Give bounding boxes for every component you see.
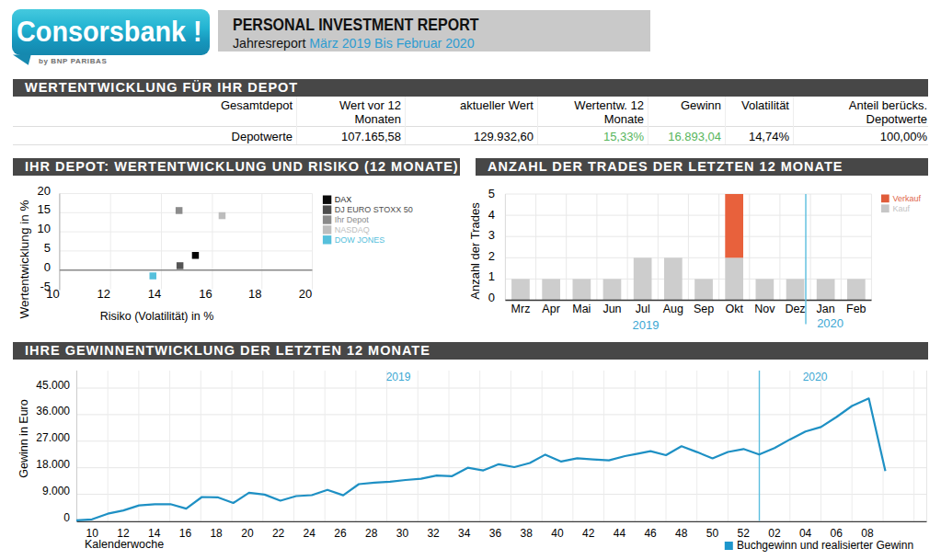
svg-text:50: 50 — [706, 527, 719, 540]
svg-text:44: 44 — [614, 527, 626, 540]
svg-text:2019: 2019 — [386, 371, 411, 383]
svg-text:2: 2 — [488, 249, 495, 263]
svg-text:18.000: 18.000 — [36, 458, 70, 471]
svg-text:26: 26 — [334, 527, 347, 540]
svg-text:02: 02 — [768, 527, 781, 540]
svg-text:20: 20 — [299, 287, 312, 301]
svg-text:46: 46 — [644, 527, 657, 540]
svg-text:45.000: 45.000 — [36, 379, 70, 392]
svg-text:Verkauf: Verkauf — [893, 194, 922, 203]
svg-text:9.000: 9.000 — [42, 485, 70, 497]
svg-text:Apr: Apr — [542, 303, 559, 315]
svg-text:DOW JONES: DOW JONES — [335, 235, 385, 245]
svg-text:5: 5 — [488, 187, 495, 200]
svg-text:14: 14 — [148, 287, 161, 301]
svg-text:15: 15 — [38, 202, 51, 216]
svg-text:1: 1 — [488, 269, 495, 283]
svg-text:Mrz: Mrz — [511, 303, 531, 315]
svg-text:5: 5 — [44, 241, 51, 255]
svg-text:Jul: Jul — [636, 303, 650, 315]
svg-text:36.000: 36.000 — [36, 405, 70, 417]
svg-text:10: 10 — [38, 222, 51, 235]
svg-text:20: 20 — [241, 527, 254, 540]
svg-text:Anzahl der Trades: Anzahl der Trades — [468, 202, 482, 300]
svg-text:38: 38 — [521, 527, 534, 540]
svg-text:Kalenderwoche: Kalenderwoche — [85, 538, 164, 551]
svg-text:Feb: Feb — [846, 303, 866, 315]
svg-text:36: 36 — [489, 527, 502, 540]
svg-text:Wertentwicklung in %: Wertentwicklung in % — [17, 200, 31, 319]
svg-text:0: 0 — [488, 291, 495, 304]
svg-text:Mai: Mai — [572, 303, 591, 315]
svg-text:32: 32 — [427, 527, 440, 540]
svg-text:Dez: Dez — [785, 303, 805, 315]
svg-text:Gewinn in Euro: Gewinn in Euro — [17, 399, 30, 478]
svg-text:42: 42 — [582, 527, 595, 540]
svg-text:20: 20 — [38, 184, 51, 198]
svg-text:Okt: Okt — [725, 303, 743, 315]
svg-text:16: 16 — [199, 287, 212, 301]
svg-text:3: 3 — [488, 228, 495, 242]
svg-text:Sep: Sep — [694, 303, 714, 315]
svg-text:40: 40 — [551, 527, 564, 540]
svg-text:Jun: Jun — [602, 303, 621, 315]
svg-text:34: 34 — [458, 527, 471, 540]
svg-text:Buchgewinn und realisierter Ge: Buchgewinn und realisierter Gewinn — [737, 539, 913, 552]
svg-text:12: 12 — [97, 287, 109, 301]
svg-text:06: 06 — [831, 527, 843, 540]
svg-text:2019: 2019 — [633, 318, 660, 332]
svg-text:48: 48 — [675, 527, 688, 540]
svg-text:2020: 2020 — [803, 371, 828, 383]
svg-text:NASDAQ: NASDAQ — [335, 225, 370, 234]
svg-text:Nov: Nov — [754, 303, 775, 315]
svg-text:Ihr Depot: Ihr Depot — [335, 215, 370, 224]
svg-text:Kauf: Kauf — [893, 204, 911, 213]
svg-text:18: 18 — [248, 287, 261, 301]
svg-text:28: 28 — [365, 527, 378, 540]
svg-text:0: 0 — [63, 511, 70, 524]
svg-text:52: 52 — [738, 527, 751, 540]
svg-text:Risiko (Volatilität) in %: Risiko (Volatilität) in % — [100, 310, 214, 323]
svg-text:10: 10 — [46, 287, 59, 301]
svg-text:18: 18 — [210, 527, 223, 540]
svg-text:Jan: Jan — [817, 303, 835, 315]
svg-text:24: 24 — [304, 527, 316, 540]
svg-text:2020: 2020 — [817, 316, 843, 330]
svg-text:4: 4 — [488, 208, 495, 222]
svg-text:22: 22 — [272, 527, 285, 540]
svg-text:04: 04 — [799, 527, 812, 540]
svg-text:16: 16 — [179, 527, 192, 540]
svg-text:Aug: Aug — [663, 303, 683, 315]
svg-text:27.000: 27.000 — [36, 431, 70, 444]
svg-text:30: 30 — [396, 527, 409, 540]
svg-text:0: 0 — [44, 260, 51, 274]
svg-text:DJ EURO STOXX 50: DJ EURO STOXX 50 — [335, 205, 413, 214]
svg-text:08: 08 — [861, 527, 874, 540]
svg-text:DAX: DAX — [335, 195, 352, 204]
